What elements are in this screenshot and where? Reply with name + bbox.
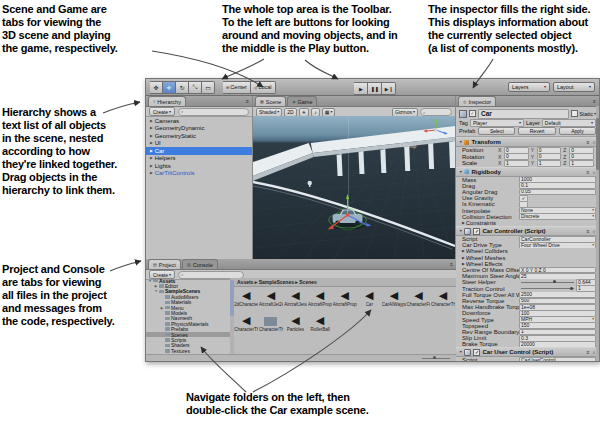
play-control-button[interactable]: ❚❚ — [368, 82, 382, 95]
toolbar-tool-button[interactable]: ✥ — [150, 81, 163, 94]
panel-menu-icon[interactable]: ≡ — [593, 98, 596, 104]
hierarchy-item[interactable]: ▶Car — [146, 147, 252, 155]
thumbnail-size-slider[interactable] — [422, 358, 450, 359]
value-field[interactable]: CarUserControl▾ — [519, 357, 596, 361]
asset-item[interactable]: ◀ AircraftProps... — [308, 289, 333, 314]
asset-item[interactable]: ◀ RollerBall — [308, 314, 333, 339]
reference-icon[interactable]: ≡ — [586, 228, 589, 234]
search-input[interactable]: ⌕ — [178, 108, 249, 116]
hierarchy-item[interactable]: ▶Cameras — [146, 117, 252, 125]
slider-track[interactable] — [521, 288, 574, 289]
prefab-select-button[interactable]: Select — [478, 127, 515, 135]
asset-item[interactable]: ◀ Car — [357, 289, 382, 314]
breadcrumb[interactable]: Assets ▸ SampleScenes ▸ Scenes — [234, 278, 456, 287]
inspector-property-row[interactable]: ▶ Topspeed 150▾ — [456, 323, 599, 329]
hierarchy-item[interactable]: ▶Lights — [146, 162, 252, 170]
component-enabled-checkbox[interactable]: ✓ — [473, 228, 480, 235]
hierarchy-item[interactable]: ▶CarTiltControls — [146, 170, 252, 178]
pivot-toggle-button[interactable]: ◎Local — [251, 81, 276, 94]
toolbar-tool-button[interactable]: ✛ — [163, 81, 176, 94]
toolbar-tool-button[interactable]: ↻ — [176, 81, 189, 94]
perspective-label[interactable]: < Persp — [399, 143, 416, 149]
tab-scene[interactable]: ▦Scene — [255, 96, 286, 106]
inspector-property-row[interactable]: ▶ Wheel Colliders ▾ — [456, 248, 599, 254]
active-checkbox[interactable]: ✓ — [469, 110, 476, 117]
component-header-rigidbody[interactable]: ▼ Rigidbody ≡☼ — [456, 167, 599, 177]
inspector-panel: ◎Inspector ≡ ✓ Car Static▾ Tag Player▾ L… — [456, 96, 599, 361]
component-header-car-controller[interactable]: ▼ ✓ Car Controller (Script) ≡☼ — [456, 226, 599, 236]
value-field[interactable]: 0.05▾ — [519, 189, 596, 195]
reference-icon[interactable]: ≡ — [586, 139, 589, 145]
component-header-car-user-control[interactable]: ▼ ✓ Car User Control (Script) ≡☼ — [456, 347, 599, 357]
pivot-toggle-button[interactable]: ⊞Center — [223, 81, 251, 94]
value-field[interactable]: 20000▾ — [519, 341, 596, 347]
value-field[interactable]: 150▾ — [519, 323, 596, 329]
toolbar-tool-button[interactable]: ▭ — [202, 81, 215, 94]
layout-dropdown[interactable]: Layout▾ — [553, 82, 595, 92]
inspector-scrollbar[interactable] — [596, 106, 599, 361]
layers-dropdown[interactable]: Layers▾ — [508, 82, 550, 92]
tag-dropdown[interactable]: Player▾ — [470, 119, 524, 127]
asset-item[interactable]: ◀ CharacterThi... — [234, 314, 259, 339]
static-checkbox[interactable] — [571, 110, 578, 117]
inspector-property-row[interactable]: ▶ Brake Torque 20000▾ — [456, 341, 599, 347]
inspector-property-row[interactable]: ▶ Drag 0.1▾ — [456, 183, 599, 189]
inspector-property-row[interactable]: ▶ Collision Detection Discrete▾ — [456, 214, 599, 220]
inspector-property-row[interactable]: ▶ Wheel Meshes ▾ — [456, 255, 599, 261]
tab-inspector[interactable]: ◎Inspector — [458, 96, 496, 106]
panel-menu-icon[interactable]: ≡ — [450, 261, 453, 267]
inspector-property-row[interactable]: ▶ Constraints ▾ — [456, 220, 599, 226]
arrow-to-play-button — [305, 60, 338, 79]
hierarchy-item[interactable]: ▶UI — [146, 140, 252, 148]
scene-viewport[interactable]: < Persp — [253, 116, 455, 259]
inspector-property-row[interactable]: ▶ Angular Drag 0.05▾ — [456, 189, 599, 195]
object-name-field[interactable]: Car — [478, 109, 569, 119]
asset-item[interactable]: ◀ AircraftJet2A... — [259, 289, 284, 314]
y-field[interactable]: 1 — [537, 160, 562, 167]
asset-item[interactable]: ◀ Particles — [283, 314, 308, 339]
panel-menu-icon[interactable]: ≡ — [246, 98, 249, 104]
inspector-property-row[interactable]: ▶ Car Drive Type Four Wheel Drive▾ — [456, 242, 599, 248]
tool-icon: ▭ — [205, 84, 211, 91]
layer-dropdown[interactable]: Default▾ — [542, 119, 596, 127]
hierarchy-item[interactable]: ▶Helpers — [146, 155, 252, 163]
value-field[interactable]: Four Wheel Drive▾ — [519, 242, 596, 248]
tab-project[interactable]: ▤Project — [148, 259, 181, 269]
tab-hierarchy[interactable]: ≡Hierarchy — [148, 96, 186, 106]
create-button[interactable]: Create▾ — [149, 107, 175, 116]
z-field[interactable]: 1 — [569, 160, 594, 167]
transform-row[interactable]: Scale X1 Y1 Z1 — [456, 160, 599, 167]
foldout-icon: ▶ — [150, 156, 153, 160]
reference-icon[interactable]: ≡ — [586, 169, 589, 175]
asset-item[interactable]: ◀ 2dCharacter — [234, 289, 259, 314]
play-control-button[interactable]: ▶❙ — [382, 82, 396, 95]
value-field[interactable]: 0.1▾ — [519, 183, 596, 189]
inspector-property-row[interactable]: ▶ Full Torque Over All W 2500▾ — [456, 292, 599, 298]
component-enabled-checkbox[interactable]: ✓ — [473, 349, 480, 356]
asset-item[interactable]: ◀ AircraftJets — [283, 289, 308, 314]
hierarchy-item[interactable]: ▶GeometryDynamic — [146, 125, 252, 133]
hierarchy-item[interactable]: ▶GeometryStatic — [146, 132, 252, 140]
value-field[interactable]: 2500▾ — [519, 292, 596, 298]
reference-icon[interactable]: ≡ — [586, 349, 589, 355]
scrollbar-thumb[interactable] — [596, 118, 599, 170]
tab-game[interactable]: ◈Game — [287, 96, 317, 106]
static-toggle[interactable]: Static▾ — [571, 110, 596, 117]
asset-item[interactable]: ◀ AircraftProps... — [332, 289, 357, 314]
value-field[interactable]: Discrete▾ — [519, 214, 596, 220]
asset-item[interactable]: ◀ CharacterFirs... — [406, 289, 431, 314]
asset-item[interactable]: ◀ CharacterThi... — [259, 314, 284, 339]
game-tab-icon: ◈ — [292, 99, 295, 104]
prefab-apply-button[interactable]: Apply — [559, 127, 596, 135]
tab-console[interactable]: ▥Console — [182, 259, 218, 269]
scene-search-input[interactable]: ⌕ — [420, 108, 452, 116]
toolbar-tool-button[interactable]: ⤡ — [189, 81, 202, 94]
slider-track[interactable] — [521, 282, 574, 283]
inspector-property-row[interactable]: ▶ Script CarUserControl▾ — [456, 357, 599, 361]
prefab-revert-button[interactable]: Revert — [518, 127, 555, 135]
asset-item[interactable]: ◀ CharacterThi... — [431, 289, 456, 314]
asset-item[interactable]: ◀ CarAIWaypoi... — [382, 289, 407, 314]
play-control-button[interactable]: ▶ — [354, 82, 368, 95]
x-field[interactable]: 1 — [504, 160, 529, 167]
component-header-transform[interactable]: ▼ Transform ≡☼ — [456, 137, 599, 147]
